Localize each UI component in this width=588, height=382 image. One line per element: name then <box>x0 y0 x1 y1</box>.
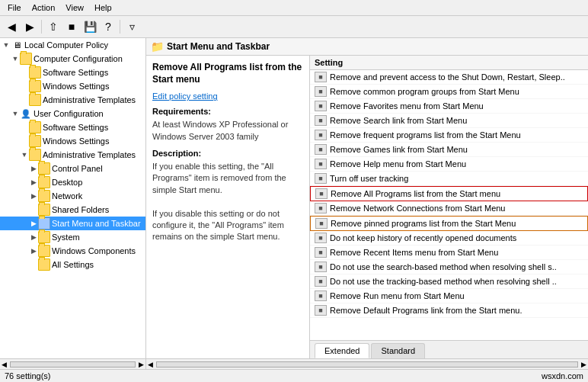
status-text: 76 setting(s) <box>5 371 51 380</box>
folder-icon-at1 <box>29 94 41 106</box>
filter-button[interactable]: ▿ <box>123 18 140 35</box>
tree-label-local: Local Computer Policy <box>24 40 108 50</box>
tree-item-windows-components[interactable]: ▶ Windows Components <box>0 244 145 258</box>
folder-icon-ws2 <box>29 135 41 147</box>
setting-icon-16: ■ <box>315 305 327 316</box>
tree-item-user-configuration[interactable]: ▼ 👤 User Configuration <box>0 107 145 120</box>
tree-item-control-panel[interactable]: ▶ Control Panel <box>0 162 145 175</box>
menu-action[interactable]: Action <box>27 2 60 14</box>
setting-icon-5: ■ <box>315 144 327 155</box>
setting-item-5[interactable]: ■ Remove Games link from Start Menu <box>310 143 588 157</box>
tree-label-as: All Settings <box>52 260 94 269</box>
setting-item-9[interactable]: ■ Remove Network Connections from Start … <box>310 201 588 216</box>
tabs-bar: Extended Standard <box>310 340 588 358</box>
tree-toggle-smt[interactable]: ▶ <box>29 220 38 227</box>
tree-item-admin-templates-1[interactable]: ▷ Administrative Templates <box>0 93 145 107</box>
back-button[interactable]: ◀ <box>3 18 20 35</box>
setting-text-2: Remove Favorites menu from Start Menu <box>330 101 484 111</box>
forward-button[interactable]: ▶ <box>21 18 38 35</box>
tree-label-at1: Administrative Templates <box>43 95 136 104</box>
menu-view[interactable]: View <box>61 2 88 14</box>
setting-item-10[interactable]: ■ Remove pinned programs list from the S… <box>310 216 588 231</box>
setting-item-2[interactable]: ■ Remove Favorites menu from Start Menu <box>310 99 588 114</box>
setting-item-14[interactable]: ■ Do not use the tracking-based method w… <box>310 274 588 289</box>
setting-item-7[interactable]: ■ Turn off user tracking <box>310 172 588 186</box>
tree-toggle-ss2[interactable]: ▷ <box>20 124 29 131</box>
folder-icon-cc <box>20 53 32 65</box>
help-button[interactable]: ? <box>100 18 117 35</box>
settings-column-header: Setting <box>310 56 588 70</box>
hscroll-right-arrow[interactable]: ▶ <box>137 361 145 368</box>
tree-item-start-menu-taskbar[interactable]: ▶ Start Menu and Taskbar <box>0 217 145 230</box>
tree-label-sys: System <box>52 233 80 242</box>
tab-extended[interactable]: Extended <box>315 343 369 358</box>
setting-icon-12: ■ <box>315 247 327 258</box>
tree-item-computer-configuration[interactable]: ▼ Computer Configuration <box>0 52 145 66</box>
right-panel: 📁 Start Menu and Taskbar Remove All Prog… <box>146 38 588 358</box>
tree-toggle-ss1[interactable]: ▷ <box>20 69 29 76</box>
tree-toggle-local[interactable]: ▼ <box>2 41 11 49</box>
setting-item-11[interactable]: ■ Do not keep history of recently opened… <box>310 231 588 246</box>
tree-toggle-at1[interactable]: ▷ <box>20 96 29 104</box>
setting-text-7: Turn off user tracking <box>330 174 408 183</box>
setting-item-15[interactable]: ■ Remove Run menu from Start Menu <box>310 289 588 303</box>
setting-item-8[interactable]: ■ Remove All Programs list from the Star… <box>310 186 588 201</box>
tab-standard[interactable]: Standard <box>371 343 425 358</box>
export-button[interactable]: 💾 <box>81 18 98 35</box>
setting-icon-4: ■ <box>315 130 327 140</box>
tree-toggle-at2[interactable]: ▼ <box>20 151 29 159</box>
show-hide-button[interactable]: ■ <box>63 18 80 35</box>
settings-list-panel: Setting ■ Remove and prevent access to t… <box>310 56 588 358</box>
tree-item-software-settings-2[interactable]: ▷ Software Settings <box>0 120 145 134</box>
setting-item-4[interactable]: ■ Remove frequent programs list from the… <box>310 128 588 143</box>
setting-icon-15: ■ <box>315 291 327 301</box>
tree-item-windows-settings-2[interactable]: ▷ Windows Settings <box>0 134 145 148</box>
setting-item-0[interactable]: ■ Remove and prevent access to the Shut … <box>310 70 588 85</box>
tree-item-local-computer-policy[interactable]: ▼ 🖥 Local Computer Policy <box>0 38 145 52</box>
edit-link[interactable]: Edit policy setting <box>152 91 218 101</box>
setting-text-10: Remove pinned programs list from the Sta… <box>331 219 516 228</box>
setting-item-16[interactable]: ■ Remove Default Programs link from the … <box>310 303 588 318</box>
tree-item-admin-templates-2[interactable]: ▼ Administrative Templates <box>0 148 145 162</box>
folder-icon-smt <box>38 217 50 230</box>
tree-label-at2: Administrative Templates <box>43 150 136 159</box>
setting-item-12[interactable]: ■ Remove Recent Items menu from Start Me… <box>310 246 588 260</box>
tree-toggle-ws2[interactable]: ▷ <box>20 137 29 145</box>
description-body: If you enable this setting, the "All Pro… <box>152 161 303 243</box>
setting-item-3[interactable]: ■ Remove Search link from Start Menu <box>310 114 588 128</box>
folder-icon-net <box>38 190 50 202</box>
requirements-title: Requirements: <box>152 107 303 116</box>
tree-toggle-as[interactable]: ▷ <box>29 261 38 268</box>
tree-toggle-net[interactable]: ▶ <box>29 192 38 200</box>
tree-item-all-settings[interactable]: ▷ All Settings <box>0 258 145 271</box>
tree-item-system[interactable]: ▶ System <box>0 230 145 244</box>
menu-help[interactable]: Help <box>90 2 117 14</box>
setting-item-13[interactable]: ■ Do not use the search-based method whe… <box>310 260 588 274</box>
content-hscroll[interactable]: ◀ ▶ <box>146 359 588 369</box>
tree-item-network[interactable]: ▶ Network <box>0 189 145 203</box>
tree-item-shared-folders[interactable]: ▷ Shared Folders <box>0 203 145 217</box>
tree-item-desktop[interactable]: ▶ Desktop <box>0 175 145 189</box>
tree-toggle-cp[interactable]: ▶ <box>29 165 38 172</box>
up-button[interactable]: ⇧ <box>45 18 62 35</box>
tree-toggle-cc[interactable]: ▼ <box>11 55 20 63</box>
setting-item-6[interactable]: ■ Remove Help menu from Start Menu <box>310 157 588 172</box>
setting-text-3: Remove Search link from Start Menu <box>330 116 467 125</box>
tree-item-software-settings-1[interactable]: ▷ Software Settings <box>0 66 145 79</box>
menu-file[interactable]: File <box>3 2 26 14</box>
tree-toggle-ws1[interactable]: ▷ <box>20 82 29 90</box>
tree-toggle-dt[interactable]: ▶ <box>29 178 38 186</box>
tree-toggle-wc[interactable]: ▶ <box>29 247 38 255</box>
tree-toggle-sys[interactable]: ▶ <box>29 233 38 241</box>
setting-icon-11: ■ <box>315 233 327 243</box>
tree-hscroll[interactable]: ◀ ▶ <box>0 359 146 369</box>
setting-text-12: Remove Recent Items menu from Start Menu <box>330 248 498 257</box>
address-folder-icon: 📁 <box>151 40 164 53</box>
hscroll-left-arrow[interactable]: ◀ <box>0 361 8 368</box>
setting-text-4: Remove frequent programs list from the S… <box>330 130 521 140</box>
description-title-label: Description: <box>152 149 303 158</box>
setting-item-1[interactable]: ■ Remove common program groups from Star… <box>310 85 588 99</box>
tree-toggle-sf[interactable]: ▷ <box>29 206 38 213</box>
tree-item-windows-settings-1[interactable]: ▷ Windows Settings <box>0 79 145 93</box>
tree-toggle-uc[interactable]: ▼ <box>11 110 20 117</box>
